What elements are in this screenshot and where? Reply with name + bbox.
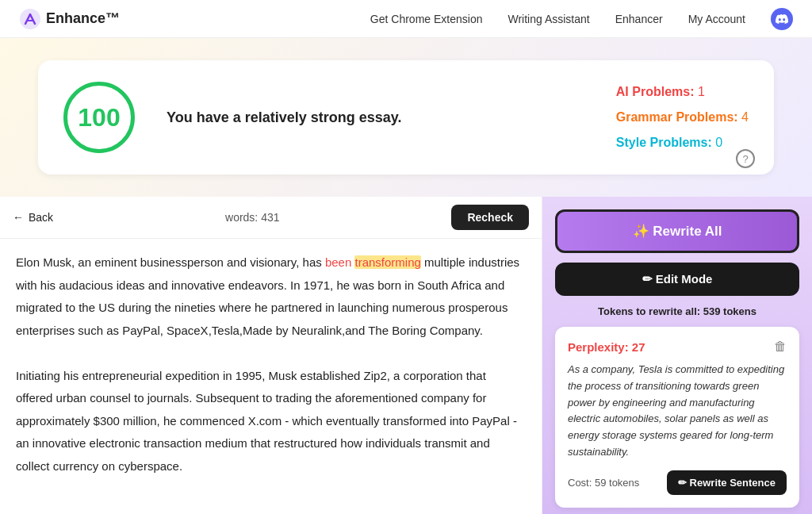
style-problems-label: Style Problems:: [616, 136, 712, 149]
card-header: Perplexity: 27 🗑: [568, 339, 787, 354]
essay-paragraph-2: Initiating his entrepreneurial expeditio…: [16, 365, 526, 478]
recheck-button[interactable]: Recheck: [451, 205, 529, 230]
tokens-prefix: Tokens to rewrite all:: [598, 305, 700, 317]
highlight-been: been: [325, 255, 351, 269]
ai-problems-row: AI Problems: 1: [616, 79, 749, 105]
back-button[interactable]: ← Back: [13, 211, 53, 224]
card-footer: Cost: 59 tokens ✏ Rewrite Sentence: [568, 470, 787, 495]
nav-enhancer[interactable]: Enhancer: [615, 13, 663, 25]
discord-icon[interactable]: [771, 8, 793, 30]
perplexity-label: Perplexity: 27: [568, 340, 645, 354]
grammar-problems-label: Grammar Problems:: [616, 110, 738, 124]
style-problems-row: Style Problems: 0: [616, 130, 749, 155]
ai-problems-label: AI Problems:: [616, 85, 695, 98]
header: Enhance™ Get Chrome Extension Writing As…: [0, 0, 812, 38]
essay-text: Elon Musk, an eminent businessperson and…: [0, 239, 542, 514]
score-circle: 100: [63, 82, 135, 153]
highlight-transforming: transforming: [354, 255, 420, 269]
tokens-info: Tokens to rewrite all: 539 tokens: [555, 305, 799, 317]
tokens-value: 539 tokens: [703, 305, 756, 317]
svg-point-0: [20, 9, 40, 29]
back-arrow-icon: ←: [13, 211, 24, 224]
back-label: Back: [29, 211, 53, 224]
rewrite-all-button[interactable]: ✨ Rewrite All: [555, 209, 799, 253]
score-value: 100: [78, 103, 120, 132]
toolbar: ← Back words: 431 Recheck: [0, 197, 542, 239]
main-content: ← Back words: 431 Recheck Elon Musk, an …: [0, 197, 812, 514]
main-nav: Get Chrome Extension Writing Assistant E…: [370, 8, 793, 30]
suggestion-card: Perplexity: 27 🗑 As a company, Tesla is …: [555, 327, 799, 508]
grammar-problems-row: Grammar Problems: 4: [616, 105, 749, 130]
ai-problems-count: 1: [698, 85, 705, 98]
score-section: 100 You have a relatively strong essay. …: [38, 60, 774, 175]
style-problems-count: 0: [715, 136, 722, 149]
problems-panel: AI Problems: 1 Grammar Problems: 4 Style…: [616, 79, 749, 155]
right-panel: ✨ Rewrite All ✏ Edit Mode Tokens to rewr…: [542, 197, 812, 514]
rewrite-sentence-button[interactable]: ✏ Rewrite Sentence: [667, 470, 787, 495]
logo: Enhance™: [19, 8, 370, 30]
score-message: You have a relatively strong essay.: [167, 109, 584, 126]
logo-icon: [19, 8, 41, 30]
delete-icon[interactable]: 🗑: [774, 339, 787, 354]
logo-text: Enhance™: [46, 10, 120, 27]
left-panel: ← Back words: 431 Recheck Elon Musk, an …: [0, 197, 542, 514]
edit-mode-button[interactable]: ✏ Edit Mode: [555, 263, 799, 296]
help-icon[interactable]: ?: [736, 149, 755, 168]
essay-paragraph-1: Elon Musk, an eminent businessperson and…: [16, 251, 526, 342]
nav-account[interactable]: My Account: [688, 13, 745, 25]
score-outer: 100 You have a relatively strong essay. …: [0, 38, 812, 197]
grammar-problems-count: 4: [741, 110, 749, 124]
nav-chrome-extension[interactable]: Get Chrome Extension: [370, 13, 483, 25]
nav-writing-assistant[interactable]: Writing Assistant: [508, 13, 589, 25]
word-count: words: 431: [66, 211, 439, 224]
card-text: As a company, Tesla is committed to expe…: [568, 362, 787, 461]
cost-label: Cost: 59 tokens: [568, 477, 639, 489]
